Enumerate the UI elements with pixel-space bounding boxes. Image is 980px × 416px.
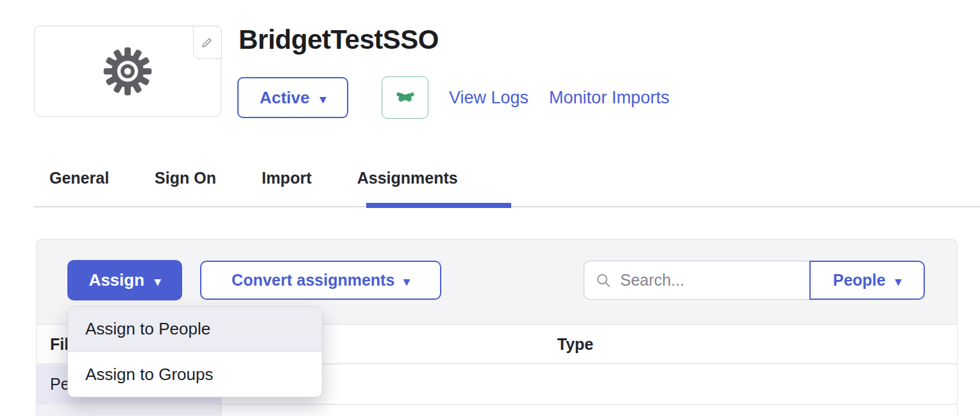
active-tab-indicator	[366, 203, 511, 208]
tab-bar: General Sign On Import Assignments	[49, 169, 458, 187]
chevron-down-icon: ▾	[155, 275, 161, 288]
monitor-imports-link[interactable]: Monitor Imports	[549, 88, 670, 108]
search-box	[584, 261, 809, 300]
table-row	[37, 405, 957, 416]
chevron-down-icon: ▾	[320, 93, 326, 105]
assign-button[interactable]: Assign ▾	[67, 260, 182, 300]
assign-button-label: Assign	[89, 270, 144, 290]
chevron-down-icon: ▾	[895, 275, 902, 288]
search-input[interactable]	[620, 271, 800, 290]
type-column-header: Type	[222, 325, 957, 363]
type-header-label: Type	[557, 335, 594, 354]
view-logs-link[interactable]: View Logs	[449, 88, 528, 108]
status-dropdown-button[interactable]: Active ▾	[237, 77, 348, 118]
header-actions: Active ▾ View Logs Monitor Imports	[237, 76, 670, 119]
magnifier-icon	[596, 273, 611, 288]
convert-assignments-label: Convert assignments	[232, 271, 394, 290]
tab-sign-on[interactable]: Sign On	[155, 169, 216, 187]
handshake-icon	[395, 89, 416, 106]
provisioning-button[interactable]	[382, 76, 428, 119]
edit-logo-button[interactable]	[193, 26, 222, 59]
pencil-icon	[200, 35, 214, 49]
gear-icon	[103, 46, 153, 96]
status-label: Active	[260, 88, 310, 108]
table-row-content	[222, 405, 957, 416]
menu-item-assign-to-people[interactable]: Assign to People	[68, 307, 322, 352]
search-scope-dropdown[interactable]: People ▾	[809, 261, 925, 300]
tab-general[interactable]: General	[49, 169, 109, 187]
search-group: People ▾	[584, 261, 925, 300]
app-logo-card	[34, 26, 221, 117]
tab-import[interactable]: Import	[262, 169, 312, 187]
page-title: BridgetTestSSO	[239, 24, 439, 55]
search-scope-label: People	[833, 271, 886, 290]
assign-dropdown-menu: Assign to People Assign to Groups	[67, 306, 323, 397]
convert-assignments-button[interactable]: Convert assignments ▾	[200, 261, 441, 300]
chevron-down-icon: ▾	[403, 275, 410, 288]
tab-assignments[interactable]: Assignments	[357, 169, 458, 187]
filter-item-next[interactable]	[37, 405, 222, 416]
table-row-content	[222, 365, 957, 404]
menu-item-assign-to-groups[interactable]: Assign to Groups	[68, 352, 322, 397]
